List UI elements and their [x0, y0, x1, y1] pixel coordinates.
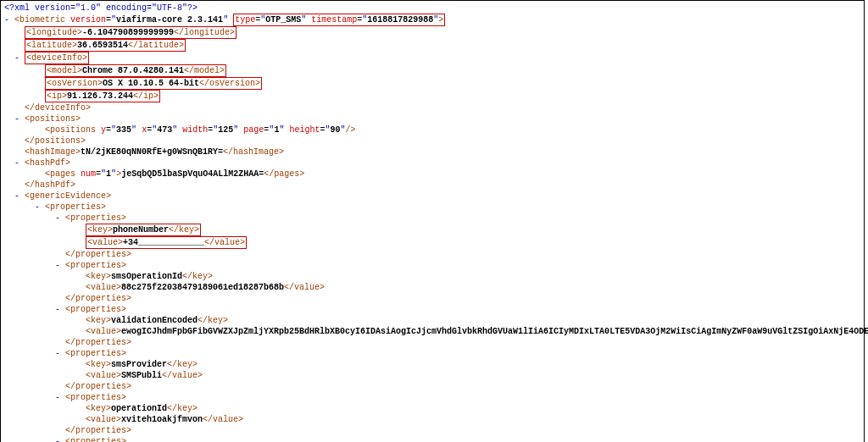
- device-model: <model>Chrome 87.0.4280.141</model>: [4, 64, 860, 77]
- property-value: <value>ewogICJhdmFpbGFibGVWZXJpZmljYXRpb…: [4, 326, 860, 337]
- properties-list: - <properties> <key>phoneNumber</key> <v…: [4, 213, 860, 442]
- property-key: <key>smsProvider</key>: [4, 359, 860, 370]
- properties-item-close: </properties>: [4, 293, 860, 304]
- xml-declaration: <?xml version="1.0" encoding="UTF-8"?>: [4, 3, 860, 14]
- properties-item-close: </properties>: [4, 249, 860, 260]
- hashImage: <hashImage>tN/2jKE80qNN0RfE+g0WSnQB1RY=<…: [4, 146, 860, 157]
- hashPdf-pages: <pages num="1">jeSqbQD5lbaSpVquO4ALlM2ZH…: [4, 169, 860, 180]
- positions-close: </positions>: [4, 135, 860, 146]
- hashPdf-close: </hashPdf>: [4, 180, 860, 191]
- property-key: <key>smsOperationId</key>: [4, 271, 860, 282]
- property-value: <value>+34_____________</value>: [4, 236, 860, 249]
- properties-open: - <properties>: [4, 202, 860, 213]
- property-value: <value>xviteh1oakjfmvon</value>: [4, 414, 860, 425]
- latitude: <latitude>36.6593514</latitude>: [4, 39, 860, 52]
- longitude: <longitude>-6.104790899999999</longitude…: [4, 26, 860, 39]
- hashPdf-open: - <hashPdf>: [4, 157, 860, 169]
- property-value: <value>88c275f22038479189061ed18287b68b<…: [4, 282, 860, 293]
- properties-item-close: </properties>: [4, 425, 860, 436]
- properties-item-open: - <properties>: [4, 348, 860, 359]
- biometric-open: - <biometric version="viafirma-core 2.3.…: [4, 14, 860, 26]
- positions-el: <positions y="335" x="473" width="125" p…: [4, 124, 860, 135]
- device-ip: <ip>91.126.73.244</ip>: [4, 90, 860, 102]
- properties-item-open: - <properties>: [4, 260, 860, 271]
- properties-item-close: </properties>: [4, 381, 860, 392]
- device-os: <osVersion>OS X 10.10.5 64-bit</osVersio…: [4, 77, 860, 90]
- properties-item-open: - <properties>: [4, 213, 860, 224]
- properties-item-open: - <properties>: [4, 436, 860, 442]
- genericEvidence-open: - <genericEvidence>: [4, 191, 860, 202]
- property-key: <key>phoneNumber</key>: [4, 224, 860, 236]
- properties-item-open: - <properties>: [4, 392, 860, 403]
- property-key: <key>validationEncoded</key>: [4, 315, 860, 326]
- properties-item-close: </properties>: [4, 337, 860, 348]
- positions-open: - <positions>: [4, 113, 860, 124]
- deviceInfo-close: </deviceInfo>: [4, 102, 860, 113]
- property-key: <key>operationId</key>: [4, 403, 860, 414]
- property-value: <value>SMSPubli</value>: [4, 370, 860, 381]
- xml-document: <?xml version="1.0" encoding="UTF-8"?> -…: [0, 0, 865, 442]
- deviceInfo-open: - <deviceInfo>: [4, 52, 860, 64]
- properties-item-open: - <properties>: [4, 304, 860, 315]
